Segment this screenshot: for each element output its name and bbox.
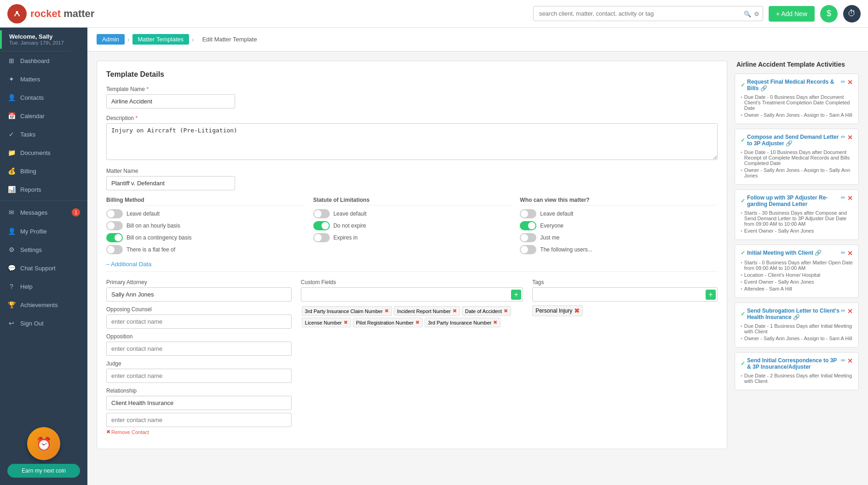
billing-options: Leave defaultBill on an hourly basisBill… bbox=[106, 209, 304, 254]
view-options-option-0: Leave default bbox=[520, 209, 718, 218]
check-icon: ✓ bbox=[741, 250, 745, 256]
sidebar-item-chat-support[interactable]: 💬Chat Support bbox=[0, 259, 87, 277]
add-custom-field-button[interactable]: + bbox=[511, 290, 521, 300]
view-options-toggle-0[interactable] bbox=[520, 209, 536, 218]
active-indicator bbox=[0, 30, 2, 49]
breadcrumb-admin[interactable]: Admin bbox=[97, 34, 125, 45]
activity-detail-0-0: Due Date - 0 Business Days after Documen… bbox=[741, 94, 853, 111]
activity-delete-1[interactable]: ✕ bbox=[847, 134, 853, 141]
tags-input[interactable] bbox=[532, 287, 718, 302]
check-icon: ✓ bbox=[741, 311, 745, 317]
custom-fields-input[interactable] bbox=[301, 287, 523, 302]
breadcrumb-matter-templates[interactable]: Matter Templates bbox=[132, 34, 189, 45]
custom-fields-input-wrap: + bbox=[301, 287, 523, 302]
sidebar-label-billing: Billing bbox=[20, 168, 36, 175]
sidebar-item-matters[interactable]: ✦Matters bbox=[0, 70, 87, 88]
search-icons: 🔍 ⚙ bbox=[744, 10, 759, 17]
sign-out-icon: ↩ bbox=[7, 320, 16, 327]
sidebar-item-messages[interactable]: ✉Messages1 bbox=[0, 203, 87, 222]
activity-edit-1[interactable]: ✏ bbox=[841, 134, 845, 141]
activity-delete-0[interactable]: ✕ bbox=[847, 79, 853, 86]
activity-detail-1-1: Owner - Sally Ann Jones - Assign to - Sa… bbox=[741, 167, 853, 178]
add-new-button[interactable]: + Add New bbox=[769, 6, 815, 22]
activity-header-2: ✓ Follow up with 3P Adjuster Re-garding … bbox=[741, 194, 853, 207]
sidebar-item-settings[interactable]: ⚙Settings bbox=[0, 240, 87, 259]
sidebar-item-help[interactable]: ?Help bbox=[0, 277, 87, 296]
matter-name-input[interactable] bbox=[106, 176, 235, 190]
sidebar-item-contacts[interactable]: 👤Contacts bbox=[0, 88, 87, 107]
sidebar-item-dashboard[interactable]: ⊞Dashboard bbox=[0, 51, 87, 70]
statute-options-toggle-2[interactable] bbox=[313, 233, 330, 242]
sidebar-item-reports[interactable]: 📊Reports bbox=[0, 180, 87, 199]
sidebar-item-billing[interactable]: 💰Billing bbox=[0, 162, 87, 180]
activity-delete-3[interactable]: ✕ bbox=[847, 250, 853, 257]
sidebar-bottom: ⏰ Earn my next coin bbox=[0, 420, 87, 485]
additional-data-toggle[interactable]: – Additional Data bbox=[106, 257, 718, 271]
activity-delete-4[interactable]: ✕ bbox=[847, 308, 853, 315]
sidebar-item-documents[interactable]: 📁Documents bbox=[0, 143, 87, 162]
opposition-input[interactable] bbox=[106, 342, 292, 356]
matter-name-group: Matter Name bbox=[106, 168, 718, 190]
contacts-icon: 👤 bbox=[7, 94, 16, 101]
view-options-toggle-1[interactable] bbox=[520, 221, 536, 230]
billing-options-toggle-2[interactable] bbox=[106, 233, 123, 242]
relationship-input[interactable] bbox=[106, 396, 292, 410]
statute-options-toggle-1[interactable] bbox=[313, 221, 330, 230]
view-options-toggle-3[interactable] bbox=[520, 245, 536, 254]
tag-remove-button[interactable]: ✖ bbox=[574, 307, 580, 314]
billing-label: Billing Method bbox=[106, 197, 304, 205]
reports-icon: 📊 bbox=[7, 186, 16, 193]
remove-contact-link[interactable]: ✖ Remove Contact bbox=[106, 429, 292, 435]
custom-field-remove-2[interactable]: ✖ bbox=[504, 308, 508, 314]
judge-input[interactable] bbox=[106, 369, 292, 383]
activity-edit-4[interactable]: ✏ bbox=[841, 308, 845, 315]
template-name-input[interactable] bbox=[106, 94, 235, 108]
sidebar-item-sign-out[interactable]: ↩Sign Out bbox=[0, 314, 87, 332]
activity-delete-2[interactable]: ✕ bbox=[847, 194, 853, 202]
template-name-group: Template Name * bbox=[106, 86, 718, 108]
description-textarea[interactable]: Injury on Aircraft (Pre-Litigation) bbox=[106, 123, 718, 160]
activity-edit-2[interactable]: ✏ bbox=[841, 194, 845, 202]
view-options-label-1: Everyone bbox=[540, 223, 563, 229]
billing-col: Billing Method Leave defaultBill on an h… bbox=[106, 197, 304, 257]
sidebar-label-contacts: Contacts bbox=[20, 94, 44, 101]
earn-coin-button[interactable]: Earn my next coin bbox=[7, 464, 80, 478]
billing-options-toggle-1[interactable] bbox=[106, 221, 123, 230]
search-icon[interactable]: 🔍 bbox=[744, 10, 751, 17]
custom-field-tag-1: Incident Report Number✖ bbox=[394, 306, 460, 316]
activity-card-4: ✓ Send Subrogation Letter to Client's He… bbox=[735, 302, 859, 348]
content-area: Admin › Matter Templates › Edit Matter T… bbox=[87, 28, 868, 485]
custom-field-remove-5[interactable]: ✖ bbox=[493, 320, 497, 325]
sidebar-item-calendar[interactable]: 📅Calendar bbox=[0, 107, 87, 125]
statute-options-option-0: Leave default bbox=[313, 209, 511, 218]
activity-delete-5[interactable]: ✕ bbox=[847, 357, 853, 365]
timer-icon-button[interactable]: ⏱ bbox=[843, 5, 861, 23]
statute-options-option-1: Do not expire bbox=[313, 221, 511, 230]
activity-edit-0[interactable]: ✏ bbox=[841, 79, 845, 86]
activity-title-3: ✓ Initial Meeting with Client 🔗 bbox=[741, 250, 841, 256]
custom-field-remove-0[interactable]: ✖ bbox=[385, 308, 389, 314]
custom-field-remove-1[interactable]: ✖ bbox=[453, 308, 457, 314]
currency-icon-button[interactable]: $ bbox=[820, 5, 838, 23]
billing-options-option-1: Bill on an hourly basis bbox=[106, 221, 304, 230]
sidebar-item-my-profile[interactable]: 👤My Profile bbox=[0, 222, 87, 240]
sidebar-label-settings: Settings bbox=[20, 246, 42, 253]
view-options-toggle-2[interactable] bbox=[520, 233, 536, 242]
primary-attorney-input[interactable] bbox=[106, 287, 292, 302]
search-input[interactable] bbox=[533, 6, 763, 21]
activity-edit-3[interactable]: ✏ bbox=[841, 250, 845, 257]
view-col: Who can view this matter? Leave defaultE… bbox=[520, 197, 718, 257]
sidebar-item-achievements[interactable]: 🏆Achievements bbox=[0, 296, 87, 314]
sidebar-item-tasks[interactable]: ✓Tasks bbox=[0, 125, 87, 143]
opposing-counsel-input[interactable] bbox=[106, 314, 292, 329]
custom-field-label-2: Date of Accident bbox=[465, 308, 502, 314]
billing-options-toggle-0[interactable] bbox=[106, 209, 123, 218]
add-tag-button[interactable]: + bbox=[706, 290, 716, 300]
activity-edit-5[interactable]: ✏ bbox=[841, 357, 845, 365]
statute-options-toggle-0[interactable] bbox=[313, 209, 330, 218]
billing-options-toggle-3[interactable] bbox=[106, 245, 123, 254]
custom-field-remove-3[interactable]: ✖ bbox=[344, 320, 348, 325]
relationship-input-2[interactable] bbox=[106, 413, 292, 427]
custom-field-remove-4[interactable]: ✖ bbox=[415, 320, 420, 325]
gear-icon[interactable]: ⚙ bbox=[754, 10, 759, 17]
